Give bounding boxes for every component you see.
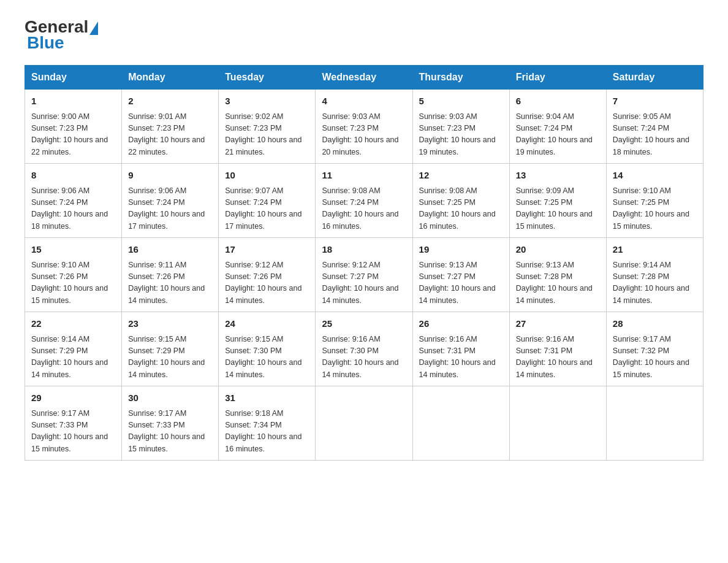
day-info: Sunrise: 9:05 AMSunset: 7:24 PMDaylight:… (613, 111, 697, 159)
day-info: Sunrise: 9:14 AMSunset: 7:29 PMDaylight:… (31, 334, 115, 381)
header-friday: Friday (509, 66, 606, 90)
header: General Blue (25, 18, 703, 53)
calendar-week-row: 15Sunrise: 9:10 AMSunset: 7:26 PMDayligh… (25, 238, 703, 312)
calendar-cell: 20Sunrise: 9:13 AMSunset: 7:28 PMDayligh… (509, 238, 606, 312)
calendar-cell: 12Sunrise: 9:08 AMSunset: 7:25 PMDayligh… (412, 164, 509, 238)
day-info: Sunrise: 9:16 AMSunset: 7:31 PMDaylight:… (516, 334, 600, 381)
day-number: 6 (516, 94, 600, 109)
day-info: Sunrise: 9:17 AMSunset: 7:33 PMDaylight:… (31, 408, 115, 456)
calendar-cell (509, 386, 606, 461)
calendar-cell: 18Sunrise: 9:12 AMSunset: 7:27 PMDayligh… (316, 238, 412, 312)
day-info: Sunrise: 9:06 AMSunset: 7:24 PMDaylight:… (128, 185, 212, 233)
calendar-cell: 10Sunrise: 9:07 AMSunset: 7:24 PMDayligh… (219, 164, 316, 238)
day-number: 30 (128, 391, 212, 405)
day-info: Sunrise: 9:15 AMSunset: 7:30 PMDaylight:… (225, 334, 309, 381)
day-number: 19 (419, 243, 503, 257)
header-sunday: Sunday (25, 66, 122, 90)
calendar-week-row: 1Sunrise: 9:00 AMSunset: 7:23 PMDaylight… (25, 90, 703, 164)
calendar-cell: 31Sunrise: 9:18 AMSunset: 7:34 PMDayligh… (219, 386, 316, 461)
calendar-cell: 16Sunrise: 9:11 AMSunset: 7:26 PMDayligh… (122, 238, 219, 312)
day-number: 10 (225, 169, 309, 183)
calendar-cell: 29Sunrise: 9:17 AMSunset: 7:33 PMDayligh… (25, 386, 122, 461)
day-number: 25 (322, 317, 406, 331)
day-info: Sunrise: 9:08 AMSunset: 7:25 PMDaylight:… (419, 185, 503, 233)
logo-blue-text: Blue (27, 33, 64, 52)
day-number: 7 (613, 94, 697, 109)
day-info: Sunrise: 9:13 AMSunset: 7:28 PMDaylight:… (516, 259, 600, 307)
day-number: 27 (516, 317, 600, 331)
day-info: Sunrise: 9:13 AMSunset: 7:27 PMDaylight:… (419, 259, 503, 307)
day-info: Sunrise: 9:08 AMSunset: 7:24 PMDaylight:… (322, 185, 406, 233)
calendar-cell: 8Sunrise: 9:06 AMSunset: 7:24 PMDaylight… (25, 164, 122, 238)
day-info: Sunrise: 9:07 AMSunset: 7:24 PMDaylight:… (225, 185, 309, 233)
day-info: Sunrise: 9:01 AMSunset: 7:23 PMDaylight:… (128, 111, 212, 159)
calendar-cell: 5Sunrise: 9:03 AMSunset: 7:23 PMDaylight… (412, 90, 509, 164)
day-number: 9 (128, 169, 212, 183)
day-number: 2 (128, 94, 212, 109)
calendar-cell: 22Sunrise: 9:14 AMSunset: 7:29 PMDayligh… (25, 312, 122, 386)
day-info: Sunrise: 9:11 AMSunset: 7:26 PMDaylight:… (128, 259, 212, 307)
day-number: 4 (322, 94, 406, 109)
header-tuesday: Tuesday (219, 66, 316, 90)
day-info: Sunrise: 9:12 AMSunset: 7:26 PMDaylight:… (225, 259, 309, 307)
day-number: 3 (225, 94, 309, 109)
day-info: Sunrise: 9:15 AMSunset: 7:29 PMDaylight:… (128, 334, 212, 381)
day-number: 22 (31, 317, 115, 331)
header-monday: Monday (122, 66, 219, 90)
calendar-week-row: 29Sunrise: 9:17 AMSunset: 7:33 PMDayligh… (25, 386, 703, 461)
day-info: Sunrise: 9:00 AMSunset: 7:23 PMDaylight:… (31, 111, 115, 159)
calendar-cell: 2Sunrise: 9:01 AMSunset: 7:23 PMDaylight… (122, 90, 219, 164)
header-wednesday: Wednesday (316, 66, 412, 90)
calendar-cell: 4Sunrise: 9:03 AMSunset: 7:23 PMDaylight… (316, 90, 412, 164)
day-number: 31 (225, 391, 309, 405)
day-info: Sunrise: 9:03 AMSunset: 7:23 PMDaylight:… (419, 111, 503, 159)
day-info: Sunrise: 9:10 AMSunset: 7:25 PMDaylight:… (613, 185, 697, 233)
calendar-week-row: 22Sunrise: 9:14 AMSunset: 7:29 PMDayligh… (25, 312, 703, 386)
calendar-header-row: SundayMondayTuesdayWednesdayThursdayFrid… (25, 66, 703, 90)
day-info: Sunrise: 9:06 AMSunset: 7:24 PMDaylight:… (31, 185, 115, 233)
header-thursday: Thursday (412, 66, 509, 90)
day-info: Sunrise: 9:10 AMSunset: 7:26 PMDaylight:… (31, 259, 115, 307)
day-number: 11 (322, 169, 406, 183)
calendar-cell: 27Sunrise: 9:16 AMSunset: 7:31 PMDayligh… (509, 312, 606, 386)
day-number: 15 (31, 243, 115, 257)
header-saturday: Saturday (606, 66, 703, 90)
calendar-cell: 17Sunrise: 9:12 AMSunset: 7:26 PMDayligh… (219, 238, 316, 312)
calendar-week-row: 8Sunrise: 9:06 AMSunset: 7:24 PMDaylight… (25, 164, 703, 238)
day-number: 28 (613, 317, 697, 331)
day-info: Sunrise: 9:16 AMSunset: 7:31 PMDaylight:… (419, 334, 503, 381)
logo-area: General Blue (25, 18, 99, 53)
calendar-cell: 13Sunrise: 9:09 AMSunset: 7:25 PMDayligh… (509, 164, 606, 238)
day-number: 17 (225, 243, 309, 257)
day-number: 29 (31, 391, 115, 405)
calendar-table: SundayMondayTuesdayWednesdayThursdayFrid… (25, 65, 703, 461)
calendar-cell: 23Sunrise: 9:15 AMSunset: 7:29 PMDayligh… (122, 312, 219, 386)
day-number: 20 (516, 243, 600, 257)
day-number: 13 (516, 169, 600, 183)
calendar-cell (316, 386, 412, 461)
day-info: Sunrise: 9:16 AMSunset: 7:30 PMDaylight:… (322, 334, 406, 381)
day-number: 8 (31, 169, 115, 183)
day-number: 26 (419, 317, 503, 331)
day-number: 5 (419, 94, 503, 109)
calendar-cell: 9Sunrise: 9:06 AMSunset: 7:24 PMDaylight… (122, 164, 219, 238)
day-info: Sunrise: 9:18 AMSunset: 7:34 PMDaylight:… (225, 408, 309, 456)
day-info: Sunrise: 9:04 AMSunset: 7:24 PMDaylight:… (516, 111, 600, 159)
day-info: Sunrise: 9:17 AMSunset: 7:33 PMDaylight:… (128, 408, 212, 456)
calendar-cell: 24Sunrise: 9:15 AMSunset: 7:30 PMDayligh… (219, 312, 316, 386)
day-info: Sunrise: 9:12 AMSunset: 7:27 PMDaylight:… (322, 259, 406, 307)
day-info: Sunrise: 9:14 AMSunset: 7:28 PMDaylight:… (613, 259, 697, 307)
day-info: Sunrise: 9:03 AMSunset: 7:23 PMDaylight:… (322, 111, 406, 159)
calendar-cell: 21Sunrise: 9:14 AMSunset: 7:28 PMDayligh… (606, 238, 703, 312)
calendar-cell: 6Sunrise: 9:04 AMSunset: 7:24 PMDaylight… (509, 90, 606, 164)
calendar-cell: 30Sunrise: 9:17 AMSunset: 7:33 PMDayligh… (122, 386, 219, 461)
calendar-cell: 25Sunrise: 9:16 AMSunset: 7:30 PMDayligh… (316, 312, 412, 386)
day-number: 23 (128, 317, 212, 331)
calendar-cell: 19Sunrise: 9:13 AMSunset: 7:27 PMDayligh… (412, 238, 509, 312)
calendar-cell: 1Sunrise: 9:00 AMSunset: 7:23 PMDaylight… (25, 90, 122, 164)
calendar-cell: 7Sunrise: 9:05 AMSunset: 7:24 PMDaylight… (606, 90, 703, 164)
day-number: 14 (613, 169, 697, 183)
day-number: 21 (613, 243, 697, 257)
day-number: 24 (225, 317, 309, 331)
day-number: 18 (322, 243, 406, 257)
